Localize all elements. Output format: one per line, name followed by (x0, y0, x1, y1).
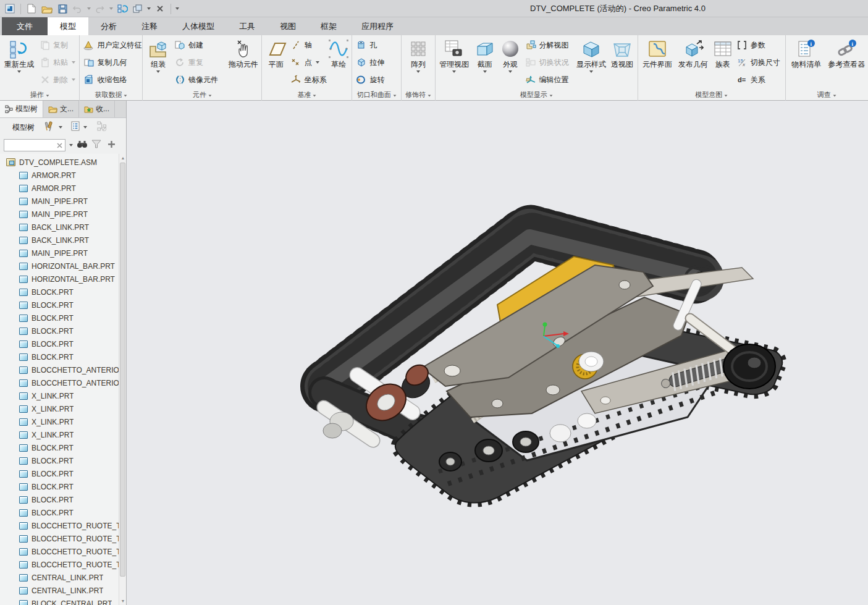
customize-toolbar-icon[interactable] (175, 7, 179, 10)
window-switch-button[interactable] (132, 2, 144, 15)
group-label-investigate[interactable]: 调查 (786, 90, 868, 101)
tree-item[interactable]: HORIZONTAL_BAR.PRT (0, 273, 119, 286)
tree-item[interactable]: BLOCK.PRT (0, 454, 119, 467)
edit-position-button[interactable]: 编辑位置 (523, 71, 575, 88)
tree-tools-button[interactable] (44, 121, 55, 134)
axis-button[interactable]: 轴 (289, 36, 327, 54)
clear-search-icon[interactable] (57, 143, 62, 148)
tree-settings-button[interactable] (71, 121, 80, 133)
tab-file[interactable]: 文件 (2, 17, 48, 35)
tab-annotate[interactable]: 注释 (129, 17, 170, 35)
copy-geometry-button[interactable]: 复制几何 (81, 54, 144, 71)
group-label-datum[interactable]: 基准 (262, 90, 352, 101)
repeat-button[interactable]: 重复 (172, 54, 226, 71)
switch-dimensions-button[interactable]: 15x 切换尺寸 (735, 54, 783, 71)
tree-item[interactable]: CENTRAL_LINK.PRT (0, 584, 119, 597)
exploded-view-button[interactable]: 分解视图 (523, 36, 575, 54)
tree-item[interactable]: X_LINK.PRT (0, 428, 119, 441)
tree-item[interactable]: X_LINK.PRT (0, 402, 119, 415)
tree-display-toggle-button[interactable] (97, 121, 107, 134)
sections-button[interactable]: 截面 (472, 36, 497, 90)
group-label-model-intent[interactable]: 模型意图 (638, 90, 785, 101)
regenerate-quick-button[interactable] (116, 2, 129, 15)
new-file-button[interactable] (25, 2, 38, 15)
scroll-down-icon[interactable]: ▼ (119, 597, 126, 605)
tree-item[interactable]: BLOCCHETTO_RUOTE_T (0, 558, 119, 571)
tree-item[interactable]: BACK_LINK.PRT (0, 234, 119, 247)
publish-geometry-button[interactable]: 发布几何 (675, 36, 711, 90)
family-table-button[interactable]: 族表 (711, 36, 735, 90)
group-label-component[interactable]: 元件 (143, 90, 261, 101)
relations-button[interactable]: d= 关系 (735, 71, 783, 88)
component-interface-button[interactable]: 元件界面 (639, 36, 675, 90)
search-dropdown-icon[interactable] (69, 144, 73, 146)
point-button[interactable]: 点 (289, 54, 327, 71)
mirror-component-button[interactable]: 镜像元件 (172, 71, 226, 88)
redo-button[interactable] (94, 2, 106, 15)
group-label-get-data[interactable]: 获取数据 (80, 90, 142, 101)
tree-item[interactable]: X_LINK.PRT (0, 389, 119, 402)
tree-item[interactable]: BLOCK.PRT (0, 286, 119, 298)
group-label-modifiers[interactable]: 修饰符 (402, 90, 435, 101)
tree-item[interactable]: BLOCK.PRT (0, 311, 119, 324)
tree-item[interactable]: ARMOR.PRT (0, 182, 119, 195)
filter-button[interactable] (91, 140, 101, 151)
bom-button[interactable]: i 物料清单 (788, 36, 825, 90)
tree-item[interactable]: BLOCK.PRT (0, 350, 119, 363)
app-icon[interactable] (4, 2, 16, 15)
group-label-operations[interactable]: 操作 (0, 90, 79, 101)
regenerate-button[interactable]: 重新生成 (1, 36, 37, 90)
plane-button[interactable]: 平面 (263, 36, 288, 90)
manage-views-button[interactable]: 管理视图 (437, 36, 472, 90)
sketch-button[interactable]: 草绘 (327, 36, 351, 90)
extrude-button[interactable]: 拉伸 (353, 54, 387, 71)
tree-item[interactable]: BLOCK.PRT (0, 467, 119, 480)
udf-button[interactable]: 用户定义特征 (81, 36, 144, 54)
tree-item[interactable]: BLOCK.PRT (0, 480, 119, 493)
tree-item[interactable]: MAIN_PIPE.PRT (0, 208, 119, 221)
tab-framework[interactable]: 框架 (308, 17, 349, 35)
revolve-button[interactable]: 旋转 (353, 71, 387, 88)
search-input[interactable] (4, 139, 65, 151)
window-dropdown-icon[interactable] (147, 7, 151, 10)
delete-button[interactable]: 删除 (37, 71, 78, 88)
tree-item[interactable]: BLOCK.PRT (0, 298, 119, 311)
tree-item[interactable]: BLOCCHETTO_RUOTE_T (0, 545, 119, 558)
tree-item[interactable]: X_LINK.PRT (0, 415, 119, 428)
tree-item[interactable]: BLOCK.PRT (0, 441, 119, 454)
tree-item[interactable]: BLOCK.PRT (0, 324, 119, 337)
create-button[interactable]: 创建 (172, 36, 226, 54)
switch-state-button[interactable]: 切换状况 (523, 54, 575, 71)
assemble-button[interactable]: 组装 (144, 36, 172, 90)
coordinate-system-button[interactable]: 坐标系 (289, 71, 327, 88)
tree-item[interactable]: BLOCCHETTO_ANTERIO (0, 376, 119, 389)
tree-root-item[interactable]: DTV_COMPLETE.ASM (0, 156, 119, 169)
shrinkwrap-button[interactable]: 收缩包络 (81, 71, 144, 88)
tree-item[interactable]: BACK_LINK.PRT (0, 221, 119, 234)
paste-button[interactable]: 粘贴 (37, 54, 78, 71)
tree-item[interactable]: BLOCK.PRT (0, 337, 119, 350)
open-file-button[interactable] (41, 2, 53, 15)
tab-manikin[interactable]: 人体模型 (170, 17, 227, 35)
parameters-button[interactable]: 参数 (735, 36, 783, 54)
graphics-viewport[interactable] (127, 101, 868, 605)
hole-button[interactable]: 孔 (353, 36, 387, 54)
tab-view[interactable]: 视图 (268, 17, 308, 35)
tree-scrollbar[interactable]: ▲ ▼ (119, 154, 126, 605)
tab-folder-browser[interactable]: 文... (43, 101, 79, 117)
pattern-button[interactable]: 阵列 (403, 36, 433, 90)
group-label-cut-surface[interactable]: 切口和曲面 (352, 90, 401, 101)
tree-item[interactable]: HORIZONTAL_BAR.PRT (0, 260, 119, 273)
drag-components-button[interactable]: 拖动元件 (226, 36, 260, 90)
appearances-button[interactable]: 外观 (497, 36, 523, 90)
tab-model[interactable]: 模型 (48, 17, 88, 35)
tab-model-tree[interactable]: 模型树 (0, 101, 43, 117)
tab-tools[interactable]: 工具 (227, 17, 268, 35)
tree-item[interactable]: BLOCCHETTO_RUOTE_T (0, 532, 119, 545)
tree-item[interactable]: CENTRAL_LINK.PRT (0, 571, 119, 584)
tree-item[interactable]: BLOCK.PRT (0, 506, 119, 519)
tab-applications[interactable]: 应用程序 (349, 17, 406, 35)
undo-button[interactable] (72, 2, 84, 15)
redo-dropdown-icon[interactable] (109, 7, 113, 10)
tools-dropdown-icon[interactable] (59, 126, 62, 129)
